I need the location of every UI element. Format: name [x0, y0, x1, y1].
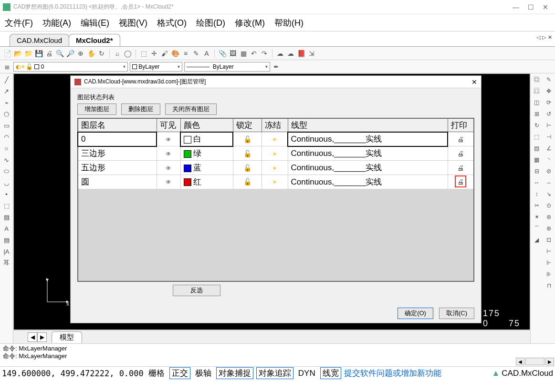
- dashed-rect-icon[interactable]: ⬚: [533, 133, 541, 141]
- layer-name-cell[interactable]: 三边形: [78, 146, 157, 161]
- ok-button[interactable]: 确定(O): [398, 308, 433, 319]
- col-color[interactable]: 颜色: [180, 118, 233, 132]
- minimize-button[interactable]: —: [513, 3, 519, 11]
- tab-mxcloud2[interactable]: MxCloud2*: [69, 34, 120, 46]
- layer-visible-cell[interactable]: [157, 132, 180, 146]
- cloud-icon[interactable]: ☁: [276, 49, 284, 58]
- column-icon[interactable]: ⊓: [545, 281, 553, 290]
- insert-icon[interactable]: 耳: [2, 258, 11, 267]
- layer-select[interactable]: ◐☀🔓 0▾: [13, 62, 128, 72]
- snap3-icon[interactable]: ⊛: [545, 224, 553, 233]
- arc-icon[interactable]: ◠: [2, 133, 11, 141]
- export-icon[interactable]: ⇲: [307, 49, 316, 58]
- otrack-toggle[interactable]: 对象追踪: [256, 367, 293, 379]
- open2-icon[interactable]: 📁: [24, 49, 32, 58]
- color-select[interactable]: ByLayer▾: [130, 62, 182, 72]
- command-area[interactable]: 命令: MxLayerManager 命令: MxLayerManager ◀ …: [0, 343, 555, 366]
- layer-row[interactable]: 五边形蓝Continuous,_______实线: [78, 161, 474, 175]
- layer-lock-cell[interactable]: [233, 175, 262, 189]
- layer-color-cell[interactable]: 绿: [180, 146, 233, 161]
- dim-arc-icon[interactable]: ⌢: [545, 178, 553, 187]
- col-lock[interactable]: 锁定: [233, 118, 262, 132]
- menu-edit[interactable]: 编辑(E): [81, 17, 109, 29]
- rotate2-icon[interactable]: ⟳: [545, 98, 553, 107]
- col-visible[interactable]: 可见: [157, 118, 180, 132]
- add-layer-button[interactable]: 增加图层: [77, 103, 116, 115]
- scale-icon[interactable]: ↔: [533, 178, 541, 187]
- menu-modify[interactable]: 修改(M): [235, 17, 265, 29]
- layer-lock-cell[interactable]: [233, 132, 262, 146]
- layer-row[interactable]: 三边形绿Continuous,_______实线: [78, 146, 474, 161]
- layer-freeze-cell[interactable]: [262, 161, 288, 175]
- array-icon[interactable]: ⊞: [533, 110, 541, 118]
- dim-base-icon[interactable]: ⊩: [545, 258, 553, 267]
- dim-angular-icon[interactable]: ∠: [545, 144, 553, 153]
- undo-icon[interactable]: ↶: [250, 49, 258, 58]
- explode-icon[interactable]: ✶: [533, 213, 541, 221]
- move2-icon[interactable]: ✥: [545, 87, 553, 95]
- dialog-close-icon[interactable]: ✕: [471, 78, 477, 86]
- polygon-icon[interactable]: ⬠: [2, 110, 11, 118]
- layer-stack-icon[interactable]: ≣: [3, 62, 11, 71]
- spline-icon[interactable]: ∿: [2, 155, 11, 164]
- save-icon[interactable]: 💾: [34, 49, 43, 58]
- chamfer-icon[interactable]: ◢: [533, 236, 541, 244]
- polyline-icon[interactable]: ⌁: [2, 98, 11, 107]
- menu-format[interactable]: 格式(O): [157, 17, 187, 29]
- layer-print-cell[interactable]: [448, 146, 474, 161]
- dim-cont-icon[interactable]: ⊪: [545, 270, 553, 279]
- dyn-toggle[interactable]: DYN: [296, 369, 317, 378]
- cloud2-icon[interactable]: ☁: [286, 49, 295, 58]
- tab-scroll-left-icon[interactable]: ◁: [536, 34, 540, 41]
- cmd-scroll-right-icon[interactable]: ▶: [545, 358, 554, 365]
- tab-close-icon[interactable]: ✕: [548, 34, 552, 41]
- move-icon[interactable]: ✛: [150, 49, 158, 58]
- ellipse-icon[interactable]: ⬭: [2, 167, 11, 175]
- dimtext-icon[interactable]: |A: [2, 247, 11, 256]
- brush-icon[interactable]: ✎: [192, 49, 200, 58]
- leader-icon[interactable]: ↘: [545, 190, 553, 198]
- image-icon[interactable]: 🖼: [229, 49, 237, 58]
- layer-visible-cell[interactable]: [157, 161, 180, 175]
- table-icon[interactable]: ▦: [239, 49, 248, 58]
- layer-freeze-cell[interactable]: [262, 175, 288, 189]
- layer-print-cell[interactable]: [448, 175, 474, 189]
- grid-icon[interactable]: ▦: [533, 155, 541, 164]
- layer-name-cell[interactable]: 五边形: [78, 161, 157, 175]
- open-icon[interactable]: 📂: [13, 49, 22, 58]
- layer-print-cell[interactable]: [448, 161, 474, 175]
- find-icon[interactable]: 🔍: [55, 49, 64, 58]
- delete-layer-button[interactable]: 删除图层: [121, 103, 160, 115]
- zoom-in-icon[interactable]: 🔎: [66, 49, 74, 58]
- feedback-link[interactable]: 提交软件问题或增加新功能: [344, 368, 441, 379]
- ellipse-arc-icon[interactable]: ◡: [2, 178, 11, 187]
- layer-visible-cell[interactable]: [157, 175, 180, 189]
- close-button[interactable]: ✕: [543, 3, 548, 11]
- layer-freeze-cell[interactable]: [262, 146, 288, 161]
- regen-icon[interactable]: ↻: [97, 49, 106, 58]
- layer-linetype-cell[interactable]: Continuous,_______实线: [288, 175, 448, 189]
- layer-linetype-cell[interactable]: Continuous,_______实线: [288, 146, 448, 161]
- print-icon[interactable]: 🖨: [45, 49, 53, 58]
- col-freeze[interactable]: 冻结: [262, 118, 288, 132]
- offset-icon[interactable]: ◫: [533, 98, 541, 107]
- dim-radius-icon[interactable]: ◝: [545, 155, 553, 164]
- point-icon[interactable]: •: [2, 190, 11, 198]
- new-icon[interactable]: 📄: [3, 49, 11, 58]
- layer-print-cell[interactable]: [448, 132, 474, 146]
- osnap-toggle[interactable]: 对象捕捉: [216, 367, 253, 379]
- menu-help[interactable]: 帮助(H): [274, 17, 304, 29]
- layer-lock-cell[interactable]: [233, 161, 262, 175]
- copy-icon[interactable]: ⿻: [533, 75, 541, 84]
- layer-color-cell[interactable]: 红: [180, 175, 233, 189]
- invert-selection-button[interactable]: 反选: [173, 285, 220, 296]
- lwt-toggle[interactable]: 线宽: [320, 367, 341, 379]
- refresh-icon[interactable]: ↺: [545, 110, 553, 118]
- dim-diameter-icon[interactable]: ⊘: [545, 167, 553, 175]
- block-icon[interactable]: ⬚: [2, 201, 11, 210]
- ortho-toggle[interactable]: 正交: [169, 367, 190, 379]
- grid-toggle[interactable]: 栅格: [147, 368, 167, 379]
- mirror-icon[interactable]: ⿴: [533, 87, 541, 95]
- text-icon[interactable]: A: [202, 49, 211, 58]
- layer-color-cell[interactable]: 白: [180, 132, 233, 146]
